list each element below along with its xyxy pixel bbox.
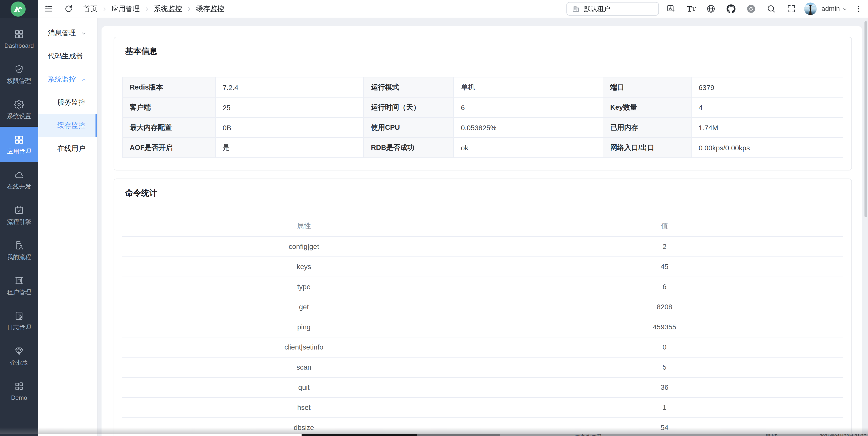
user-avatar[interactable] (804, 2, 817, 15)
cmd-value: 54 (486, 417, 843, 436)
info-label: 运行模式 (364, 77, 454, 97)
basic-info-card: 基本信息 Redis版本 7.2.4 运行模式 (114, 37, 852, 171)
cmd-name: quit (122, 377, 486, 397)
cloud-icon (14, 170, 24, 180)
more-options-icon[interactable] (855, 4, 863, 13)
info-value: 7.2.4 (215, 77, 364, 97)
rail-item-label: 租户管理 (7, 289, 31, 295)
background-window-edge: iconfont.woff2 88 KB 2024年04月22日 21:37 (0, 434, 868, 436)
topbar-icon-group: A TT G (666, 4, 796, 13)
info-value: 0B (215, 117, 364, 138)
table-row: dbsize54 (122, 417, 843, 436)
calendar-check-icon (14, 205, 24, 215)
info-value: ok (454, 138, 603, 158)
gear-icon (14, 99, 24, 109)
cmd-name: client|setinfo (122, 337, 486, 357)
rail-item-log-management[interactable]: 日志管理 (0, 303, 38, 338)
cmd-name: ping (122, 317, 486, 337)
apps-grid-icon (14, 135, 24, 145)
document-user-icon (14, 240, 24, 250)
rail-item-app-management[interactable]: 应用管理 (0, 127, 38, 162)
submenu-service-monitor[interactable]: 服务监控 (38, 91, 97, 114)
info-value: 25 (215, 97, 364, 117)
tenant-select[interactable]: 默认租户 (566, 2, 659, 16)
info-label: 网络入口/出口 (603, 138, 691, 158)
content-panel: 基本信息 Redis版本 7.2.4 运行模式 (101, 26, 862, 436)
user-menu[interactable]: admin (821, 5, 848, 12)
cmd-name: get (122, 297, 486, 317)
command-stats-card: 命令统计 属性 值 config|get2 keys45 (114, 178, 852, 436)
rail-item-tenant-management[interactable]: 租户管理 (0, 267, 38, 303)
cmd-value: 0 (486, 337, 843, 357)
info-value: 0.053825% (454, 117, 603, 138)
chevron-down-icon (842, 6, 848, 12)
svg-text:A: A (669, 6, 672, 10)
rail-item-label: 系统设置 (7, 113, 31, 119)
chevron-right-icon (186, 6, 192, 12)
chevron-down-icon (81, 30, 87, 36)
search-icon[interactable] (767, 4, 776, 13)
edge-file-name: iconfont.woff2 (574, 434, 601, 436)
refresh-icon[interactable] (64, 4, 73, 13)
cmd-value: 8208 (486, 297, 843, 317)
submenu-cache-monitor[interactable]: 缓存监控 (38, 114, 97, 137)
submenu-code-generator[interactable]: 代码生成器 (38, 45, 97, 68)
language-globe-icon[interactable] (706, 4, 716, 13)
rail-item-workflow-engine[interactable]: 流程引擎 (0, 197, 38, 232)
chevron-right-icon (144, 6, 150, 12)
breadcrumb-app-management[interactable]: 应用管理 (112, 4, 140, 13)
collapse-sidebar-icon[interactable] (44, 4, 53, 13)
cmd-value: 45 (486, 257, 843, 277)
gitee-icon[interactable]: G (746, 4, 756, 13)
secondary-sidebar: 消息管理 代码生成器 系统监控 服务监控 缓存监控 在线用户 (38, 18, 97, 436)
font-size-icon[interactable]: TT (687, 5, 695, 13)
rail-item-online-dev[interactable]: 在线开发 (0, 162, 38, 197)
rail-item-my-workflow[interactable]: 我的流程 (0, 232, 38, 267)
rail-item-enterprise[interactable]: 企业版 (0, 338, 38, 373)
rail-item-label: 企业版 (10, 359, 28, 365)
rail-item-demo[interactable]: Demo (0, 373, 38, 408)
rail-item-system-settings[interactable]: 系统设置 (0, 91, 38, 127)
vertical-scrollbar[interactable] (865, 21, 867, 217)
table-row: quit36 (122, 377, 843, 397)
table-row: ping459355 (122, 317, 843, 337)
table-header-row: 属性 值 (122, 216, 843, 236)
cmd-value: 6 (486, 277, 843, 297)
rail-item-permissions[interactable]: 权限管理 (0, 56, 38, 91)
translate-icon[interactable]: A (666, 4, 676, 13)
submenu-message-management[interactable]: 消息管理 (38, 22, 97, 45)
submenu-online-users[interactable]: 在线用户 (38, 137, 97, 161)
command-stats-body: 属性 值 config|get2 keys45 type6 get8208 pi… (114, 208, 851, 436)
breadcrumb-system-monitor[interactable]: 系统监控 (154, 4, 182, 13)
basic-info-table: Redis版本 7.2.4 运行模式 单机 端口 6379 客户端 25 运行时… (122, 77, 843, 158)
submenu-system-monitor[interactable]: 系统监控 (38, 68, 97, 91)
column-header-value: 值 (486, 216, 843, 236)
submenu-label: 在线用户 (57, 144, 86, 153)
edge-segment-gray (417, 434, 500, 436)
cmd-value: 36 (486, 377, 843, 397)
github-icon[interactable] (726, 4, 736, 13)
cmd-name: type (122, 277, 486, 297)
fullscreen-icon[interactable] (786, 4, 796, 13)
basic-info-header: 基本信息 (114, 37, 851, 66)
info-value: 6 (454, 97, 603, 117)
info-label: AOF是否开启 (122, 138, 215, 158)
rail-item-dashboard[interactable]: Dashboard (0, 21, 38, 56)
edge-file-date: 2024年04月22日 21:37 (820, 434, 866, 436)
edge-segment-light: iconfont.woff2 88 KB 2024年04月22日 21:37 (500, 434, 868, 436)
rail-item-label: 应用管理 (7, 148, 31, 154)
table-row: Redis版本 7.2.4 运行模式 单机 端口 6379 (122, 77, 843, 97)
info-label: RDB是否成功 (364, 138, 454, 158)
column-header-attribute: 属性 (122, 216, 486, 236)
breadcrumb: 首页 应用管理 系统监控 缓存监控 (84, 4, 224, 13)
info-value: 1.74M (691, 117, 843, 138)
submenu-label: 代码生成器 (48, 52, 83, 61)
demo-grid-icon (14, 381, 24, 391)
table-row: hset1 (122, 397, 843, 417)
dashboard-grid-icon (14, 29, 24, 39)
topbar: 首页 应用管理 系统监控 缓存监控 默认租户 A TT (38, 0, 868, 18)
shield-check-icon (14, 64, 24, 74)
primary-sidebar: Dashboard 权限管理 系统设置 应用管理 在线开发 流程引擎 (0, 0, 38, 436)
breadcrumb-home[interactable]: 首页 (84, 4, 97, 13)
app-logo[interactable] (0, 0, 38, 18)
